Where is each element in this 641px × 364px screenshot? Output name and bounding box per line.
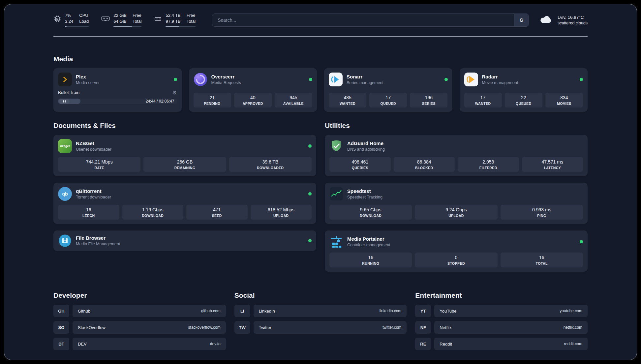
now-playing-title: Bullet Train [58,90,79,95]
stat-tile: 47.571 ms LATENCY [522,157,583,172]
media-section-title: Media [53,55,588,63]
speedtest-graph-icon [329,187,343,201]
stat-tile: 618.52 Mbps UPLOAD [251,205,312,220]
weather-widget: Lviv, 16.87°C scattered clouds [539,15,588,26]
speedtest-card[interactable]: Speedtest Speedtest Tracking 9.65 Gbps D… [325,183,588,224]
top-bar: 7% CPU 3.24 Load [53,13,588,27]
content-container: 7% CPU 3.24 Load [53,4,588,360]
cpu-load: 3.24 [65,19,73,24]
adguard-card[interactable]: AdGuard Home DNS and adblocking 498,461 … [325,135,588,176]
bookmark-stackoverflow[interactable]: SO StackOverflow stackoverflow.com [53,321,226,334]
stat-tile: 17 WANTED [464,93,502,107]
filebrowser-icon [58,234,72,248]
gear-icon[interactable]: ⚙ [172,90,177,95]
app-subtitle: Media Requests [211,80,241,85]
app-subtitle: Series management [347,80,383,85]
qbittorrent-icon: qb [58,187,72,201]
stat-tile: 21 PENDING [194,93,231,107]
search-bar: G [212,14,529,27]
disk-total: 97.9 TB [166,19,180,24]
stat-tile: 0 STOPPED [415,253,497,267]
status-dot [308,239,312,242]
documents-column: Documents & Files nzbget NZBGet Usenet d… [53,122,316,251]
disk-total-label: Total [187,19,196,24]
stat-tile: 2,953 FILTERED [458,157,519,172]
status-dot [308,144,312,148]
weather-condition: scattered clouds [558,21,588,25]
ram-icon [101,15,110,23]
overseerr-icon [194,73,207,86]
app-subtitle: Media server [76,80,100,85]
plex-card[interactable]: Plex Media server Bullet Train ⚙ [53,68,182,112]
sonarr-icon [329,73,343,86]
portainer-crane-icon [329,235,343,249]
disk-usage-bar [166,26,196,27]
ram-metric: 22 GiB Free 64 GiB Total [101,13,141,27]
app-name: Media Portainer [347,236,390,242]
bookmark-linkedin[interactable]: LI LinkedIn linkedin.com [234,305,407,317]
app-name: Speedtest [347,188,382,194]
stat-tile: 16 TOTAL [501,253,583,267]
ram-free: 22 GiB [113,13,127,18]
media-section: Media Plex Media server [53,55,588,112]
app-name: qBittorrent [76,188,111,194]
pause-button[interactable] [59,99,70,104]
stat-tile: 485 WANTED [329,93,366,107]
entertainment-section-title: Entertainment [415,291,588,299]
ram-free-label: Free [133,13,141,18]
bookmark-reddit[interactable]: RE Reddit reddit.com [415,338,588,350]
utilities-column: Utilities [325,122,588,272]
app-subtitle: Speedtest Tracking [347,195,382,199]
app-subtitle: Usenet downloader [76,147,111,152]
plex-progress-bar[interactable]: 24:44 / 02:06:47 [58,98,177,105]
radarr-icon [464,73,478,86]
disk-free: 52.4 TB [166,13,180,18]
ram-usage-bar [113,26,141,27]
plex-icon [58,73,72,86]
bookmark-netflix[interactable]: NF Netflix netflix.com [415,321,588,334]
app-name: Radarr [482,74,518,79]
cpu-metric: 7% CPU 3.24 Load [53,13,89,27]
developer-group: Developer GH Github github.com SO StackO… [53,291,226,354]
status-dot [174,78,177,81]
entertainment-group: Entertainment YT YouTube youtube.com NF … [415,291,588,354]
qbittorrent-card[interactable]: qb qBittorrent Torrent downloader 16 [53,183,316,224]
stat-tile: 196 SERIES [410,93,447,107]
cpu-usage-bar [65,26,89,27]
adguard-shield-icon [329,139,343,153]
stat-tile: 744.21 Mbps RATE [58,157,140,172]
cpu-chip-icon [53,15,61,23]
stat-tile: 16 LEECH [58,205,119,220]
portainer-card[interactable]: Media Portainer Container management 16 … [325,230,588,272]
bookmark-github[interactable]: GH Github github.com [53,305,226,317]
status-dot [309,78,312,81]
radarr-card[interactable]: Radarr Movie management 17 WANTED 22 QUE… [460,68,588,112]
search-input[interactable] [212,17,514,23]
bookmark-dev[interactable]: DT DEV dev.to [53,338,226,350]
bookmark-youtube[interactable]: YT YouTube youtube.com [415,305,588,317]
app-subtitle: Media File Management [76,242,120,246]
stat-tile: 471 SEED [186,205,248,220]
app-subtitle: Movie management [482,80,518,85]
header-divider [53,36,588,37]
developer-section-title: Developer [53,291,226,299]
nzbget-card[interactable]: nzbget NZBGet Usenet downloader 744.21 M… [53,135,316,176]
bookmark-twitter[interactable]: TW Twitter twitter.com [234,321,407,334]
search-engine-button[interactable]: G [514,14,529,26]
disk-free-label: Free [187,13,196,18]
overseerr-card[interactable]: Overseerr Media Requests 21 PENDING 40 A… [189,68,317,112]
ram-total-label: Total [133,19,141,24]
stat-tile: 266 GB REMAINING [143,157,226,172]
social-section-title: Social [234,291,407,299]
stat-tile: 498,461 QUERIES [329,157,391,172]
filebrowser-card[interactable]: File Browser Media File Management [53,230,316,251]
stat-tile: 86,384 BLOCKED [394,157,455,172]
stat-tile: 22 QUEUED [505,93,542,107]
app-subtitle: Torrent downloader [76,195,111,199]
stat-tile: 0.993 ms PING [501,205,583,220]
sonarr-card[interactable]: Sonarr Series management 485 WANTED 17 Q… [324,68,452,112]
stat-tile: 9.65 Gbps DOWNLOAD [329,205,412,220]
app-name: NZBGet [76,140,111,146]
app-name: Plex [76,74,100,79]
app-subtitle: DNS and adblocking [347,147,385,152]
